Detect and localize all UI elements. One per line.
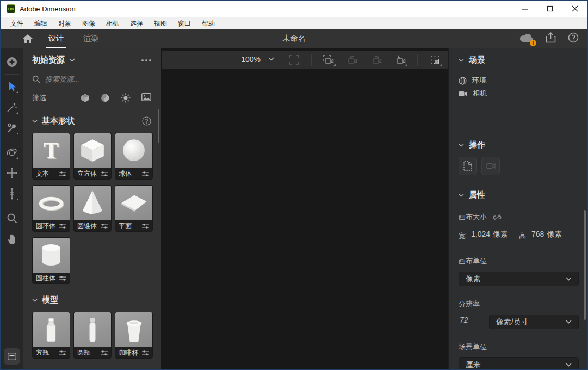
menu-item[interactable]: 对象 xyxy=(53,17,77,29)
panel-more-button[interactable] xyxy=(141,59,153,61)
images-filter-icon[interactable] xyxy=(141,93,151,101)
asset-tile[interactable]: 圆锥体 xyxy=(73,185,112,232)
video-camera-icon xyxy=(459,91,467,97)
help-button[interactable] xyxy=(568,32,579,45)
asset-tile[interactable]: 球体 xyxy=(115,133,153,180)
asset-properties-icon[interactable] xyxy=(101,171,108,177)
menu-item[interactable]: 相机 xyxy=(101,17,125,29)
asset-properties-icon[interactable] xyxy=(142,171,149,177)
asset-tile[interactable]: TT文本 xyxy=(32,133,70,180)
chevron-down-icon[interactable] xyxy=(459,144,464,147)
fit-canvas-button[interactable] xyxy=(287,55,301,65)
menu-item[interactable]: 视图 xyxy=(148,17,172,29)
canvas-units-select[interactable]: 像素 xyxy=(459,272,579,286)
chevron-down-icon[interactable] xyxy=(32,120,38,123)
asset-tile[interactable]: 平面 xyxy=(115,185,153,232)
dolly-tool[interactable] xyxy=(3,183,21,204)
chevron-down-icon[interactable] xyxy=(459,194,464,197)
tab-design[interactable]: 设计 xyxy=(39,29,73,48)
resolution-units-select[interactable]: 像素/英寸 xyxy=(489,314,579,329)
zoom-tool[interactable] xyxy=(3,208,21,229)
asset-tile[interactable]: 圆瓶 xyxy=(73,312,112,359)
asset-properties-icon[interactable] xyxy=(59,223,66,229)
properties-panel-title[interactable]: 属性 xyxy=(469,190,485,200)
chevron-down-icon xyxy=(566,363,572,367)
right-panel: 场景 环境 相机 操作 xyxy=(448,48,587,369)
asset-properties-icon[interactable] xyxy=(101,350,108,356)
library-button[interactable] xyxy=(4,348,20,365)
asset-tile[interactable]: 咖啡杯 xyxy=(115,312,153,359)
menu-item[interactable]: 选择 xyxy=(125,17,148,29)
hand-tool[interactable] xyxy=(3,229,21,249)
bookmark-camera-button[interactable] xyxy=(393,55,407,65)
asset-properties-icon[interactable] xyxy=(59,171,66,177)
ground-plane-button[interactable] xyxy=(428,55,442,65)
filter-label: 筛选 xyxy=(32,93,46,103)
pan-camera-tool[interactable] xyxy=(3,163,21,183)
asset-label: 平面 xyxy=(119,221,132,231)
width-input[interactable]: 1,024像素 xyxy=(470,229,510,243)
minimize-button[interactable] xyxy=(512,1,537,17)
section-help-icon[interactable] xyxy=(142,116,151,126)
canvas-size-action-button[interactable] xyxy=(459,157,477,175)
sync-status-button[interactable]: ! xyxy=(519,33,534,45)
magic-wand-tool[interactable] xyxy=(3,97,21,118)
zoom-control[interactable]: 100% xyxy=(238,53,277,67)
models-filter-icon[interactable] xyxy=(81,93,90,103)
menu-item[interactable]: 窗口 xyxy=(172,17,196,29)
asset-tile[interactable]: 圆柱体 xyxy=(32,237,70,284)
search-input[interactable] xyxy=(45,75,153,83)
divider xyxy=(5,74,19,75)
menu-item[interactable]: 文件 xyxy=(5,17,29,29)
tab-render[interactable]: 渲染 xyxy=(73,29,108,48)
menu-item[interactable]: 编辑 xyxy=(29,17,53,29)
assets-scrollbar[interactable] xyxy=(158,109,159,143)
redo-camera-button[interactable] xyxy=(369,55,383,65)
scene-units-select[interactable]: 厘米 xyxy=(459,357,579,370)
assets-panel-title[interactable]: 初始资源 xyxy=(32,55,65,65)
menu-item[interactable]: 图像 xyxy=(77,17,101,29)
asset-label: 立方体 xyxy=(77,169,97,178)
unlink-icon[interactable] xyxy=(492,214,502,221)
asset-properties-icon[interactable] xyxy=(59,350,66,356)
orbit-tool[interactable] xyxy=(3,142,21,163)
undo-camera-button[interactable] xyxy=(345,55,360,65)
close-button[interactable] xyxy=(562,1,587,17)
home-button[interactable] xyxy=(17,29,39,48)
asset-tile[interactable]: 立方体 xyxy=(73,133,112,180)
scene-item-camera[interactable]: 相机 xyxy=(459,87,579,100)
chevron-down-icon xyxy=(268,57,274,61)
scene-item-environment[interactable]: 环境 xyxy=(459,74,579,87)
section-title-models[interactable]: 模型 xyxy=(42,295,58,305)
add-content-button[interactable] xyxy=(3,52,21,72)
resolution-label: 分辨率 xyxy=(459,299,579,309)
asset-properties-icon[interactable] xyxy=(142,350,149,356)
maximize-button[interactable] xyxy=(537,1,562,17)
right-panel-scrollbar[interactable] xyxy=(584,210,586,320)
asset-tile[interactable]: 圆环体 xyxy=(32,185,70,232)
frame-camera-button[interactable] xyxy=(321,55,336,65)
asset-properties-icon[interactable] xyxy=(142,223,149,229)
divider xyxy=(311,54,312,66)
lights-filter-icon[interactable] xyxy=(121,93,131,103)
chevron-down-icon[interactable] xyxy=(69,58,75,62)
menu-item[interactable]: 帮助 xyxy=(196,17,220,29)
chevron-down-icon[interactable] xyxy=(32,299,38,302)
share-button[interactable] xyxy=(546,32,556,45)
asset-thumbnail xyxy=(115,186,152,220)
resolution-input[interactable]: 72 xyxy=(459,314,484,329)
asset-properties-icon[interactable] xyxy=(59,275,66,281)
actions-panel-title[interactable]: 操作 xyxy=(469,140,485,150)
select-tool[interactable] xyxy=(3,76,21,97)
section-title-basic-shapes[interactable]: 基本形状 xyxy=(42,116,75,126)
camera-action-button[interactable] xyxy=(481,157,500,175)
height-input[interactable]: 768像素 xyxy=(530,229,564,243)
asset-properties-icon[interactable] xyxy=(101,223,108,229)
materials-filter-icon[interactable] xyxy=(101,93,110,103)
scene-panel-title[interactable]: 场景 xyxy=(469,55,485,65)
sync-warning-badge: ! xyxy=(530,40,536,46)
3d-viewport[interactable] xyxy=(161,69,448,369)
sampler-tool[interactable] xyxy=(3,118,21,138)
chevron-down-icon[interactable] xyxy=(459,59,464,62)
asset-tile[interactable]: 方瓶 xyxy=(32,312,70,359)
